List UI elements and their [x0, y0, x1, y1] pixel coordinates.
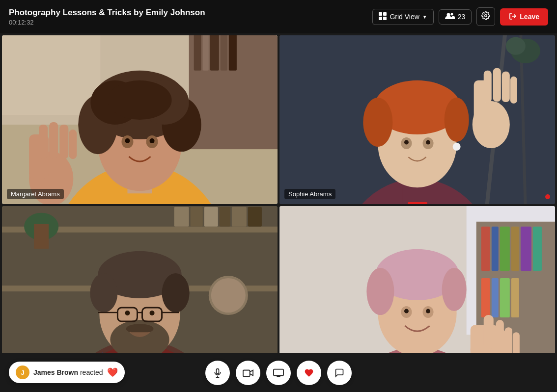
leave-label: Leave [520, 13, 539, 21]
svg-point-6 [485, 15, 487, 17]
svg-rect-66 [232, 207, 247, 227]
svg-rect-100 [481, 278, 490, 317]
participants-icon [445, 13, 455, 21]
svg-rect-69 [34, 224, 49, 249]
svg-point-25 [108, 80, 171, 120]
header-controls: Grid View ▼ 23 [372, 7, 548, 26]
svg-point-5 [450, 13, 453, 15]
reaction-text: James Brown reacted [33, 368, 103, 376]
chat-button[interactable] [327, 361, 352, 385]
svg-rect-101 [492, 278, 499, 317]
grid-icon [379, 12, 387, 22]
svg-rect-123 [243, 370, 250, 376]
svg-rect-62 [174, 207, 189, 227]
svg-point-52 [426, 140, 430, 145]
screen-share-button[interactable] [266, 361, 291, 385]
svg-point-28 [125, 138, 130, 143]
svg-rect-116 [484, 315, 494, 349]
svg-rect-103 [511, 278, 519, 317]
microphone-button[interactable] [205, 361, 230, 385]
svg-rect-0 [379, 12, 382, 16]
settings-button[interactable] [476, 7, 495, 26]
svg-rect-15 [229, 35, 237, 71]
svg-rect-57 [502, 72, 510, 102]
meeting-timer: 00:12:32 [9, 19, 205, 26]
leave-button[interactable]: Leave [500, 8, 548, 26]
svg-rect-14 [221, 35, 227, 71]
svg-rect-13 [210, 35, 219, 71]
gear-icon [481, 11, 490, 22]
svg-point-113 [426, 309, 430, 314]
participant-name-margaret: Margaret Abrams [7, 189, 64, 199]
participants-count: 23 [458, 13, 466, 21]
svg-rect-34 [59, 125, 68, 159]
svg-point-29 [150, 138, 155, 143]
chevron-down-icon: ▼ [422, 14, 427, 20]
svg-rect-12 [203, 35, 209, 71]
participants-button[interactable]: 23 [439, 9, 472, 25]
svg-rect-67 [248, 207, 262, 227]
leave-icon [509, 12, 517, 22]
grid-view-button[interactable]: Grid View ▼ [372, 9, 433, 25]
svg-rect-65 [220, 207, 230, 227]
speaking-indicator-sophie [408, 202, 427, 204]
svg-rect-2 [379, 17, 382, 20]
svg-point-112 [404, 309, 409, 314]
video-tile-james: James Brown [2, 206, 278, 375]
svg-rect-32 [39, 125, 48, 159]
svg-point-48 [453, 143, 461, 151]
svg-point-108 [366, 268, 394, 315]
svg-rect-95 [492, 227, 499, 271]
svg-rect-35 [69, 130, 77, 159]
svg-point-71 [211, 278, 246, 313]
svg-rect-11 [194, 35, 201, 71]
svg-rect-55 [484, 71, 492, 103]
reaction-toast: J James Brown reacted ❤️ [9, 362, 125, 383]
video-tile-sophie: Sophie Abrams [279, 35, 555, 204]
svg-point-88 [125, 311, 130, 315]
reaction-user-name: James Brown [33, 368, 78, 376]
participant-name-sophie: Sophie Abrams [284, 189, 335, 199]
svg-rect-98 [521, 227, 531, 271]
svg-point-81 [162, 273, 190, 313]
svg-point-89 [150, 311, 155, 315]
svg-rect-99 [533, 227, 542, 271]
svg-rect-94 [481, 227, 490, 271]
svg-rect-63 [191, 207, 203, 227]
svg-point-80 [90, 273, 117, 313]
video-tile-margaret: Margaret Abrams [2, 35, 278, 204]
svg-rect-124 [274, 369, 283, 375]
video-grid: Margaret Abrams [0, 33, 557, 377]
camera-button[interactable] [236, 361, 260, 385]
meeting-title: Photography Lessons & Tricks by Emily Jo… [9, 8, 205, 18]
svg-rect-33 [49, 122, 58, 159]
svg-rect-96 [500, 227, 510, 271]
header-left: Photography Lessons & Tricks by Emily Jo… [9, 8, 205, 26]
reaction-user-avatar: J [16, 366, 29, 379]
reaction-emoji: ❤️ [107, 367, 118, 378]
svg-point-109 [442, 268, 467, 311]
svg-point-51 [404, 140, 409, 145]
svg-rect-102 [500, 278, 510, 317]
svg-rect-58 [510, 77, 517, 104]
reaction-button[interactable] [297, 361, 321, 385]
svg-rect-64 [204, 207, 218, 227]
grid-view-label: Grid View [390, 13, 419, 21]
svg-rect-120 [217, 368, 219, 373]
header: Photography Lessons & Tricks by Emily Jo… [0, 0, 557, 33]
svg-rect-3 [383, 17, 387, 20]
svg-rect-1 [383, 12, 387, 16]
svg-rect-97 [511, 227, 519, 271]
bottom-bar: J James Brown reacted ❤️ [0, 353, 557, 392]
sophie-mic-muted [545, 194, 550, 199]
svg-rect-56 [493, 68, 501, 102]
svg-point-46 [363, 98, 392, 147]
svg-point-47 [445, 98, 469, 142]
video-tile-emily: Emily (Host) [279, 206, 555, 375]
